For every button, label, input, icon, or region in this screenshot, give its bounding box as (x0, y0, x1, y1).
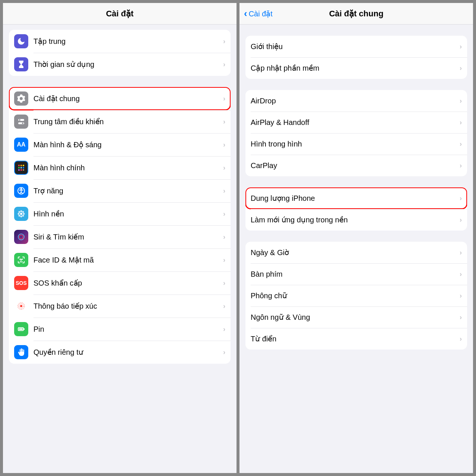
header: ‹ Cài đặt Cài đặt chung (239, 3, 473, 25)
row-privacy[interactable]: Quyền riêng tư › (9, 341, 231, 364)
group-storage: Dung lượng iPhone › Làm mới ứng dụng tro… (245, 187, 467, 231)
row-sos[interactable]: SOS SOS khẩn cấp › (9, 271, 231, 295)
hourglass-icon (14, 57, 28, 71)
chevron-right-icon: › (460, 64, 462, 72)
row-label: Tập trung (33, 37, 223, 46)
row-battery[interactable]: Pin › (9, 318, 231, 341)
chevron-right-icon: › (223, 302, 225, 310)
row-pip[interactable]: Hình trong hình › (245, 133, 467, 155)
row-label: AirPlay & Handoff (251, 118, 460, 127)
chevron-right-icon: › (223, 256, 225, 264)
row-iphone-storage[interactable]: Dung lượng iPhone › (245, 187, 467, 209)
chevron-right-icon: › (223, 164, 225, 172)
chevron-right-icon: › (223, 279, 225, 287)
grid-icon (14, 161, 28, 175)
toggles-icon (14, 115, 28, 129)
row-label: SOS khẩn cấp (33, 279, 223, 287)
general-screen: ‹ Cài đặt Cài đặt chung Giới thiệu › Cập… (239, 3, 473, 473)
row-screentime[interactable]: Thời gian sử dụng › (9, 53, 231, 76)
row-label: Cập nhật phần mềm (251, 64, 460, 73)
chevron-right-icon: › (460, 249, 462, 257)
chevron-right-icon: › (223, 61, 225, 68)
row-label: Siri & Tìm kiếm (33, 232, 223, 241)
svg-point-16 (19, 235, 23, 239)
svg-point-7 (20, 210, 22, 212)
aa-icon: AA (14, 138, 28, 152)
svg-point-18 (22, 259, 23, 260)
row-label: AirDrop (251, 97, 460, 105)
chevron-right-icon: › (223, 118, 225, 126)
chevron-right-icon: › (223, 325, 225, 333)
chevron-right-icon: › (460, 119, 462, 126)
row-label: Quyền riêng tư (33, 348, 223, 357)
row-label: Phông chữ (251, 291, 460, 300)
row-exposure[interactable]: Thông báo tiếp xúc › (9, 295, 231, 318)
chevron-right-icon: › (460, 292, 462, 300)
chevron-right-icon: › (223, 141, 225, 149)
faceid-icon (14, 253, 28, 267)
svg-point-14 (22, 215, 24, 217)
siri-icon (14, 230, 28, 244)
row-fonts[interactable]: Phông chữ › (245, 285, 467, 306)
row-label: Ngôn ngữ & Vùng (251, 313, 460, 322)
row-label: Bàn phím (251, 270, 460, 279)
svg-point-13 (19, 215, 20, 217)
row-siri[interactable]: Siri & Tìm kiếm › (9, 225, 231, 248)
row-label: Từ điển (251, 334, 460, 343)
chevron-right-icon: › (460, 43, 462, 51)
group-about: Giới thiệu › Cập nhật phần mềm › (245, 36, 467, 79)
row-background-refresh[interactable]: Làm mới ứng dụng trong nền › (245, 209, 467, 231)
row-date-time[interactable]: Ngày & Giờ › (245, 242, 467, 263)
chevron-right-icon: › (223, 187, 225, 195)
row-label: Face ID & Mật mã (33, 255, 223, 264)
chevron-right-icon: › (460, 194, 462, 202)
hand-icon (14, 345, 28, 359)
group-focus: Tập trung › Thời gian sử dụng › (9, 30, 231, 76)
content: Giới thiệu › Cập nhật phần mềm › AirDrop… (239, 25, 473, 473)
row-label: Trung tâm điều khiển (33, 117, 223, 126)
svg-rect-23 (24, 328, 25, 330)
svg-point-10 (23, 213, 25, 215)
svg-rect-24 (19, 328, 23, 330)
row-accessibility[interactable]: Trợ năng › (9, 179, 231, 202)
row-display[interactable]: AA Màn hình & Độ sáng › (9, 133, 231, 156)
chevron-right-icon: › (460, 140, 462, 148)
row-label: Hình nền (33, 209, 223, 218)
battery-icon (14, 322, 28, 336)
row-airdrop[interactable]: AirDrop › (245, 90, 467, 112)
settings-screen: Cài đặt Tập trung › Thời gian sử dụng › (3, 3, 237, 473)
group-datetime: Ngày & Giờ › Bàn phím › Phông chữ › Ngôn… (245, 242, 467, 350)
svg-point-6 (20, 213, 22, 215)
svg-point-19 (20, 305, 22, 307)
chevron-right-icon: › (223, 38, 225, 45)
row-label: Cài đặt chung (33, 94, 223, 103)
back-button[interactable]: ‹ Cài đặt (244, 8, 273, 19)
row-carplay[interactable]: CarPlay › (245, 155, 467, 176)
row-keyboard[interactable]: Bàn phím › (245, 263, 467, 285)
chevron-left-icon: ‹ (244, 8, 247, 19)
accessibility-icon (14, 184, 28, 198)
row-faceid[interactable]: Face ID & Mật mã › (9, 248, 231, 271)
chevron-right-icon: › (223, 233, 225, 241)
row-wallpaper[interactable]: Hình nền › (9, 202, 231, 225)
exposure-icon (14, 299, 28, 313)
row-dictionary[interactable]: Từ điển › (245, 328, 467, 350)
svg-point-12 (22, 211, 24, 213)
row-focus[interactable]: Tập trung › (9, 30, 231, 53)
row-general[interactable]: Cài đặt chung › (9, 87, 231, 110)
row-label: Màn hình & Độ sáng (33, 140, 223, 149)
row-software-update[interactable]: Cập nhật phần mềm › (245, 57, 467, 79)
page-title: Cài đặt (106, 9, 134, 19)
row-airplay[interactable]: AirPlay & Handoff › (245, 112, 467, 133)
flower-icon (14, 207, 28, 221)
row-about[interactable]: Giới thiệu › (245, 36, 467, 57)
svg-point-17 (20, 259, 20, 260)
row-language-region[interactable]: Ngôn ngữ & Vùng › (245, 306, 467, 328)
moon-icon (14, 34, 28, 48)
row-control-center[interactable]: Trung tâm điều khiển › (9, 110, 231, 133)
row-homescreen[interactable]: Màn hình chính › (9, 156, 231, 179)
back-label: Cài đặt (249, 9, 273, 18)
chevron-right-icon: › (223, 210, 225, 218)
chevron-right-icon: › (460, 216, 462, 224)
chevron-right-icon: › (460, 162, 462, 170)
